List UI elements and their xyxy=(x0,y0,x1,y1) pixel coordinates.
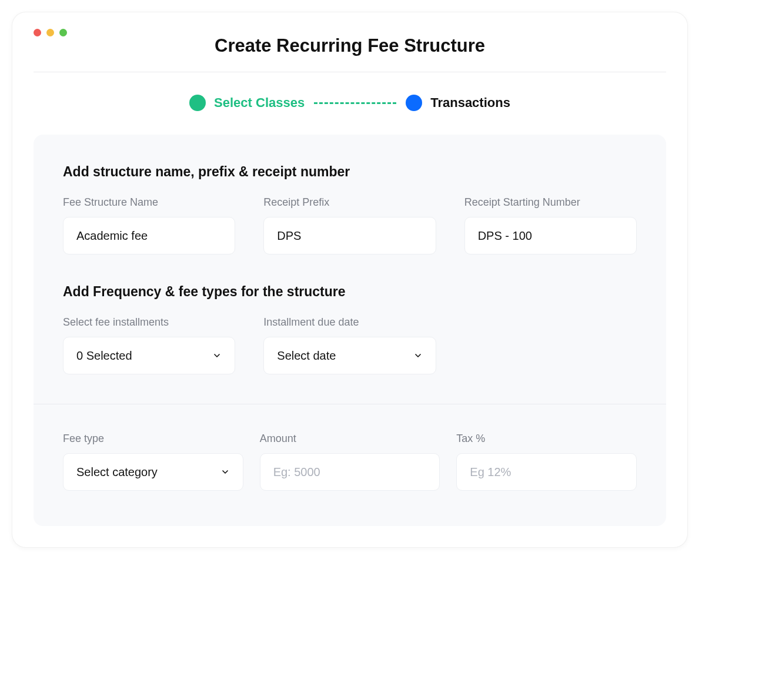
step-pending-icon xyxy=(406,95,422,111)
field-fee-type: Fee type Select category xyxy=(63,433,243,491)
page-title: Create Recurring Fee Structure xyxy=(34,35,666,56)
step-label: Select Classes xyxy=(214,95,305,110)
section-divider xyxy=(34,404,666,404)
section-heading: Add Frequency & fee types for the struct… xyxy=(63,284,637,300)
step-label: Transactions xyxy=(430,95,510,110)
field-tax: Tax % xyxy=(456,433,637,491)
minimize-window-button[interactable] xyxy=(46,29,54,36)
chevron-down-icon xyxy=(220,467,230,477)
stepper: Select Classes Transactions xyxy=(34,95,666,111)
field-label: Receipt Starting Number xyxy=(464,196,637,209)
select-value: Select category xyxy=(76,465,158,479)
field-label: Fee Structure Name xyxy=(63,196,235,209)
step-select-classes[interactable]: Select Classes xyxy=(189,95,305,111)
step-transactions[interactable]: Transactions xyxy=(406,95,510,111)
field-label: Select fee installments xyxy=(63,316,235,329)
chevron-down-icon xyxy=(212,351,222,360)
field-label: Fee type xyxy=(63,433,243,445)
field-amount: Amount xyxy=(260,433,440,491)
header-divider xyxy=(34,72,666,72)
chevron-down-icon xyxy=(413,351,423,360)
select-value: 0 Selected xyxy=(76,349,132,363)
field-fee-installments: Select fee installments 0 Selected xyxy=(63,316,235,374)
maximize-window-button[interactable] xyxy=(59,29,67,36)
field-fee-structure-name: Fee Structure Name xyxy=(63,196,235,254)
receipt-start-number-input[interactable] xyxy=(464,217,637,254)
row-fee-type: Fee type Select category Amount Tax % xyxy=(63,433,637,491)
close-window-button[interactable] xyxy=(34,29,41,36)
tax-input[interactable] xyxy=(456,453,637,491)
stepper-connector xyxy=(314,102,396,104)
fee-structure-name-input[interactable] xyxy=(63,217,235,254)
select-value: Select date xyxy=(277,349,336,363)
installment-due-date-select[interactable]: Select date xyxy=(263,337,436,374)
field-label: Tax % xyxy=(456,433,637,445)
step-active-icon xyxy=(189,95,206,111)
form-card: Add structure name, prefix & receipt num… xyxy=(34,135,666,526)
row-frequency: Select fee installments 0 Selected Insta… xyxy=(63,316,637,374)
field-label: Amount xyxy=(260,433,440,445)
fee-installments-select[interactable]: 0 Selected xyxy=(63,337,235,374)
field-empty-spacer xyxy=(464,316,637,374)
receipt-prefix-input[interactable] xyxy=(263,217,436,254)
field-receipt-prefix: Receipt Prefix xyxy=(263,196,436,254)
app-window: Create Recurring Fee Structure Select Cl… xyxy=(12,12,688,548)
field-installment-due-date: Installment due date Select date xyxy=(263,316,436,374)
row-structure-info: Fee Structure Name Receipt Prefix Receip… xyxy=(63,196,637,254)
field-label: Installment due date xyxy=(263,316,436,329)
field-receipt-starting-number: Receipt Starting Number xyxy=(464,196,637,254)
fee-type-select[interactable]: Select category xyxy=(63,453,243,491)
section-heading: Add structure name, prefix & receipt num… xyxy=(63,164,637,180)
field-label: Receipt Prefix xyxy=(263,196,436,209)
amount-input[interactable] xyxy=(260,453,440,491)
